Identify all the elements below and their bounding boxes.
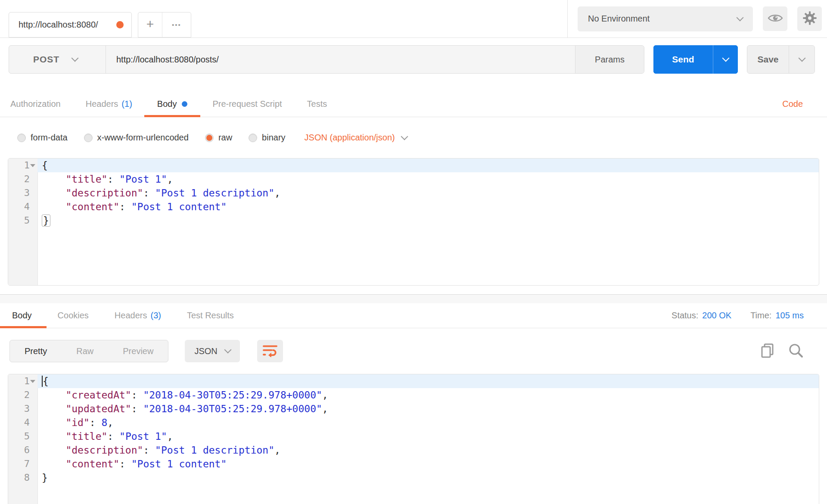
- line-number[interactable]: 5: [8, 429, 37, 443]
- code-text[interactable]: }: [37, 214, 819, 227]
- postman-app: http://localhost:8080/ + ••• No Environm…: [0, 0, 827, 504]
- code-text[interactable]: "createdAt": "2018-04-30T05:25:29.978+00…: [37, 388, 819, 402]
- code-text[interactable]: "title": "Post 1",: [37, 429, 819, 443]
- code-text[interactable]: "title": "Post 1",: [37, 172, 819, 186]
- chevron-down-icon: [72, 55, 79, 62]
- new-tab-button[interactable]: +: [138, 12, 162, 37]
- content-type-selector[interactable]: JSON (application/json): [305, 133, 407, 143]
- tab-count: (1): [121, 99, 132, 109]
- tab-label: Body: [12, 311, 32, 320]
- response-format-selector[interactable]: JSON: [185, 340, 239, 362]
- radio-icon: [249, 134, 257, 142]
- save-button[interactable]: Save: [747, 46, 789, 73]
- line-number[interactable]: 4: [8, 200, 37, 214]
- line-number[interactable]: 7: [8, 457, 37, 471]
- request-tab-title: http://localhost:8080/: [19, 20, 112, 30]
- view-raw[interactable]: Raw: [62, 340, 108, 362]
- wrap-lines-button[interactable]: [257, 340, 283, 362]
- line-number[interactable]: 2: [8, 172, 37, 186]
- code-token: ,: [322, 403, 328, 414]
- copy-response-button[interactable]: [761, 343, 775, 360]
- view-pretty[interactable]: Pretty: [10, 340, 62, 362]
- line-number[interactable]: 6: [8, 443, 37, 457]
- tab-headers[interactable]: Headers (1): [86, 81, 132, 117]
- url-input[interactable]: http://localhost:8080/posts/: [106, 46, 575, 73]
- code-line[interactable]: 2 "createdAt": "2018-04-30T05:25:29.978+…: [8, 388, 819, 402]
- environment-quick-look-button[interactable]: [763, 6, 787, 31]
- tab-response-headers[interactable]: Headers (3): [115, 303, 161, 328]
- response-body-editor[interactable]: 1{2 "createdAt": "2018-04-30T05:25:29.97…: [8, 374, 819, 504]
- search-response-button[interactable]: [788, 343, 804, 360]
- fold-caret-placeholder: [30, 457, 36, 471]
- code-token: "2018-04-30T05:25:29.978+0000": [143, 403, 322, 414]
- line-number[interactable]: 1: [8, 159, 37, 172]
- code-line[interactable]: 5}: [8, 214, 819, 227]
- code-text[interactable]: "content": "Post 1 content": [37, 457, 819, 471]
- view-preview[interactable]: Preview: [108, 340, 168, 362]
- params-button[interactable]: Params: [575, 46, 644, 73]
- send-options-button[interactable]: [713, 45, 738, 74]
- method-selector[interactable]: POST: [9, 46, 106, 73]
- tab-response-body[interactable]: Body: [12, 303, 32, 328]
- tab-pre-request-script[interactable]: Pre-request Script: [212, 81, 282, 117]
- code-line[interactable]: 4 "id": 8,: [8, 416, 819, 429]
- tab-tests[interactable]: Tests: [307, 81, 327, 117]
- line-number[interactable]: 2: [8, 388, 37, 402]
- tab-body[interactable]: Body: [157, 81, 188, 117]
- more-tabs-button[interactable]: •••: [162, 12, 191, 37]
- environment-settings-button[interactable]: [797, 6, 822, 31]
- line-number[interactable]: 1: [8, 374, 37, 388]
- save-options-button[interactable]: [789, 46, 815, 73]
- tab-label: Pre-request Script: [212, 99, 282, 109]
- send-button[interactable]: Send: [653, 45, 713, 74]
- body-type-x-www-form-urlencoded[interactable]: x-www-form-urlencoded: [84, 133, 189, 143]
- code-token: :: [143, 445, 155, 456]
- body-type-form-data[interactable]: form-data: [17, 133, 68, 143]
- code-line[interactable]: 2 "title": "Post 1",: [8, 172, 819, 186]
- code-text[interactable]: }: [37, 471, 819, 485]
- code-line[interactable]: 4 "content": "Post 1 content": [8, 200, 819, 214]
- code-line[interactable]: 8}: [8, 471, 819, 485]
- fold-caret-icon[interactable]: [30, 374, 36, 388]
- code-line[interactable]: 7 "content": "Post 1 content": [8, 457, 819, 471]
- body-type-raw[interactable]: raw: [205, 133, 232, 143]
- time-pair: Time: 105 ms: [750, 311, 804, 320]
- request-tab[interactable]: http://localhost:8080/: [9, 12, 132, 37]
- code-line[interactable]: 6 "description": "Post 1 description",: [8, 443, 819, 457]
- code-line[interactable]: 1{: [8, 374, 819, 388]
- code-token: }: [42, 472, 48, 483]
- tab-test-results[interactable]: Test Results: [187, 303, 234, 328]
- status-label: Status:: [672, 311, 698, 320]
- line-number[interactable]: 4: [8, 416, 37, 429]
- code-line[interactable]: 3 "updatedAt": "2018-04-30T05:25:29.978+…: [8, 402, 819, 416]
- code-token: "updatedAt": [65, 403, 131, 414]
- code-text[interactable]: "description": "Post 1 description",: [37, 443, 819, 457]
- tab-cookies[interactable]: Cookies: [58, 303, 89, 328]
- line-number[interactable]: 3: [8, 402, 37, 416]
- code-token: :: [90, 417, 102, 428]
- response-toolbar-icons: [761, 343, 804, 360]
- tab-authorization[interactable]: Authorization: [10, 81, 61, 117]
- code-token: [42, 431, 65, 442]
- environment-selector[interactable]: No Environment: [578, 6, 753, 31]
- code-text[interactable]: "id": 8,: [37, 416, 819, 429]
- code-line[interactable]: 1{: [8, 159, 819, 172]
- code-token: [42, 201, 65, 212]
- code-text[interactable]: "description": "Post 1 description",: [37, 186, 819, 200]
- body-type-binary[interactable]: binary: [249, 133, 285, 143]
- request-body-editor[interactable]: 1{2 "title": "Post 1",3 "description": "…: [8, 158, 819, 286]
- line-number[interactable]: 3: [8, 186, 37, 200]
- code-line[interactable]: 5 "title": "Post 1",: [8, 429, 819, 443]
- fold-caret-icon[interactable]: [30, 159, 36, 172]
- code-line[interactable]: 3 "description": "Post 1 description",: [8, 186, 819, 200]
- code-text[interactable]: {: [37, 159, 819, 172]
- code-token: ,: [167, 431, 173, 442]
- code-text[interactable]: "content": "Post 1 content": [37, 200, 819, 214]
- fold-caret-placeholder: [30, 429, 36, 443]
- code-text[interactable]: "updatedAt": "2018-04-30T05:25:29.978+00…: [37, 402, 819, 416]
- line-number[interactable]: 8: [8, 471, 37, 485]
- code-text[interactable]: {: [37, 374, 819, 388]
- code-link[interactable]: Code: [782, 81, 803, 117]
- line-number[interactable]: 5: [8, 214, 37, 227]
- chevron-down-icon: [722, 55, 729, 62]
